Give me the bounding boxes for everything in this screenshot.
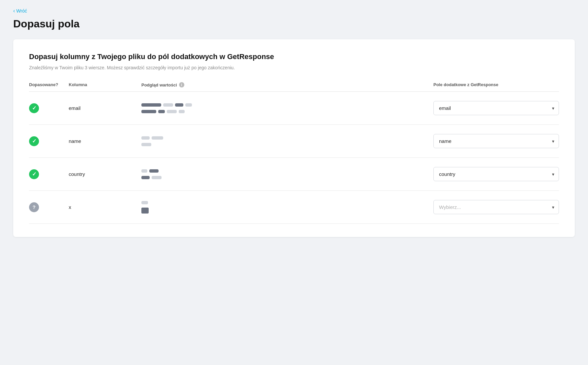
preview-segment xyxy=(141,169,147,173)
preview-row-2 xyxy=(141,176,420,179)
preview-segment xyxy=(141,208,149,214)
header-field: Pole dodatkowe z GetResponse xyxy=(433,82,559,87)
select-wrapper-email: email name country ▾ xyxy=(433,101,559,115)
header-matched: Dopasowane? xyxy=(29,82,69,87)
preview-row-1 xyxy=(141,136,420,140)
preview-name xyxy=(141,136,433,146)
preview-segment xyxy=(185,103,192,107)
table-row: x Wybierz... email name country ▾ xyxy=(29,191,559,224)
card-title: Dopasuj kolumny z Twojego pliku do pól d… xyxy=(29,52,559,61)
select-wrapper-country: email name country ▾ xyxy=(433,167,559,181)
status-matched-name xyxy=(29,136,69,146)
field-select-x[interactable]: Wybierz... email name country xyxy=(433,200,559,214)
check-icon-name xyxy=(29,136,39,146)
preview-segment xyxy=(141,176,150,179)
status-unmatched-x xyxy=(29,202,69,212)
info-icon[interactable]: i xyxy=(179,82,184,87)
field-select-country[interactable]: email name country xyxy=(433,167,559,181)
status-matched-country xyxy=(29,169,69,179)
check-icon-country xyxy=(29,169,39,179)
header-preview: Podgląd wartości i xyxy=(141,82,433,87)
card-subtitle: Znaleźliśmy w Twoim pliku 3 wiersze. Moż… xyxy=(29,65,559,70)
preview-segment xyxy=(141,201,148,204)
status-matched-email xyxy=(29,103,69,113)
preview-segment xyxy=(141,143,151,146)
preview-segment xyxy=(179,110,185,113)
field-select-email[interactable]: email name country xyxy=(433,101,559,115)
preview-segment xyxy=(141,110,156,113)
preview-segment xyxy=(141,136,150,140)
main-card: Dopasuj kolumny z Twojego pliku do pól d… xyxy=(13,39,575,237)
question-icon-x xyxy=(29,202,39,212)
field-select-name[interactable]: email name country xyxy=(433,134,559,148)
select-wrapper-name: email name country ▾ xyxy=(433,134,559,148)
preview-row-1 xyxy=(141,201,420,204)
preview-segment xyxy=(152,136,163,140)
preview-row-1 xyxy=(141,103,420,107)
table-row: name email name country ▾ xyxy=(29,125,559,158)
preview-segment xyxy=(175,103,183,107)
column-name-country: country xyxy=(69,171,141,177)
table-header: Dopasowane? Kolumna Podgląd wartości i P… xyxy=(29,82,559,92)
back-link[interactable]: Wróć xyxy=(13,8,27,14)
table-row: country email name country ▾ xyxy=(29,158,559,191)
check-icon-email xyxy=(29,103,39,113)
preview-row-1 xyxy=(141,169,420,173)
preview-email xyxy=(141,103,433,113)
preview-x xyxy=(141,201,433,214)
page-title: Dopasuj pola xyxy=(13,18,575,30)
column-name-name: name xyxy=(69,138,141,144)
preview-segment xyxy=(149,169,159,173)
header-column: Kolumna xyxy=(69,82,141,87)
preview-row-2 xyxy=(141,110,420,113)
column-name-x: x xyxy=(69,204,141,210)
column-name-email: email xyxy=(69,105,141,111)
preview-segment xyxy=(141,103,161,107)
preview-row-2 xyxy=(141,143,420,146)
table-row: email email name country ▾ xyxy=(29,92,559,125)
select-wrapper-x: Wybierz... email name country ▾ xyxy=(433,200,559,214)
preview-segment xyxy=(152,176,162,179)
preview-segment xyxy=(158,110,165,113)
preview-row-2 xyxy=(141,208,420,214)
preview-segment xyxy=(163,103,173,107)
preview-country xyxy=(141,169,433,179)
preview-segment xyxy=(167,110,177,113)
